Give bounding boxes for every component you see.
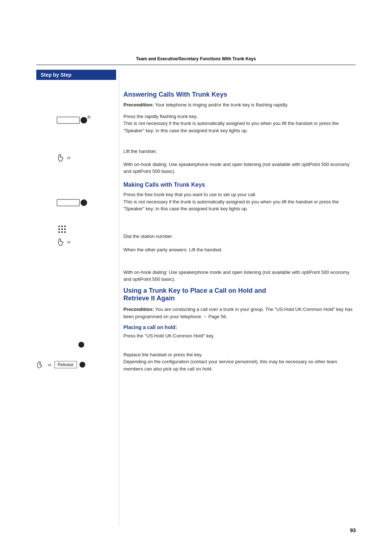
page-header: Team and Executive/Secretary Functions W… (0, 56, 392, 61)
precondition-text: Your telephone is ringing and/or the tru… (155, 102, 288, 108)
left-panel (36, 70, 119, 526)
making-step4: With on-hook dialing: Use speakerphone m… (123, 269, 356, 283)
svg-rect-12 (64, 231, 66, 233)
using-step1: Press the "US:Hold UK:Common Hold" key. (123, 332, 356, 340)
using-trunk-key-heading: Using a Trunk Key to Place a Call on Hol… (123, 287, 356, 302)
svg-rect-4 (58, 226, 60, 227)
top-rule (36, 65, 356, 65)
using-trunk-key-section: Using a Trunk Key to Place a Call on Hol… (123, 287, 356, 377)
answering-step2: Lift the handset. (123, 148, 356, 155)
page-number: 93 (350, 527, 356, 533)
header-title: Team and Executive/Secretary Functions W… (136, 56, 256, 61)
release-button[interactable]: Release (54, 361, 77, 368)
page-container: Team and Executive/Secretary Functions W… (0, 0, 392, 555)
or-label-3: or (48, 362, 52, 367)
svg-rect-10 (58, 231, 60, 233)
answering-precondition: Precondition: Your telephone is ringing … (123, 101, 356, 109)
svg-point-3 (81, 199, 87, 206)
placing-hold-subheading: Placing a call on hold: (123, 324, 356, 330)
making-calls-section: Making Calls with Trunk Keys Press the f… (123, 182, 356, 287)
using-precondition-text: You are conducting a call over a trunk i… (123, 307, 352, 319)
svg-point-14 (79, 362, 85, 368)
answering-step1: Press the rapidly flashing trunk key.Thi… (123, 113, 356, 134)
hold-key-icon (78, 341, 85, 349)
svg-rect-8 (61, 228, 63, 230)
answering-calls-heading: Answering Calls With Trunk Keys (123, 91, 356, 98)
precondition-label: Precondition: (123, 102, 154, 108)
keypad-icon (57, 224, 67, 235)
svg-rect-7 (58, 228, 60, 230)
making-step1: Press the free trunk key that you want t… (123, 191, 356, 212)
making-trunk-key-icon (56, 198, 89, 208)
svg-rect-11 (61, 231, 63, 233)
making-calls-heading: Making Calls with Trunk Keys (123, 182, 356, 188)
svg-rect-9 (64, 228, 66, 230)
making-step3: When the other party answers: Lift the h… (123, 246, 356, 254)
answering-handset-icon: or (56, 153, 71, 163)
or-label-2: or (67, 240, 71, 244)
svg-rect-6 (64, 226, 66, 227)
svg-rect-2 (57, 199, 79, 206)
making-step2: Dial the station number. (123, 233, 356, 240)
using-precondition: Precondition: You are conducting a call … (123, 306, 356, 320)
making-handset-icon: or (56, 237, 71, 247)
release-row: or Release (36, 361, 86, 369)
svg-point-13 (78, 342, 84, 348)
using-step2: Replace the handset or press the key.Dep… (123, 351, 356, 373)
answering-calls-section: Answering Calls With Trunk Keys Precondi… (123, 91, 356, 179)
using-precondition-label: Precondition: (123, 307, 154, 312)
answering-trunk-key-icon (56, 116, 89, 126)
or-label-1: or (67, 155, 71, 160)
answering-step3: With on-hook dialing: Use speakerphone m… (123, 161, 356, 175)
svg-rect-0 (57, 117, 79, 123)
svg-rect-5 (61, 226, 63, 227)
